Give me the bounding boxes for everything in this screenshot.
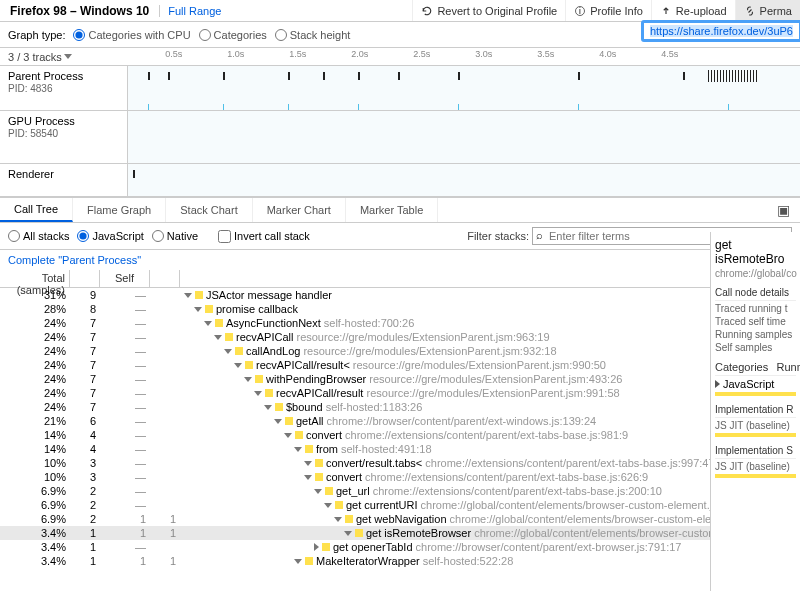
- graph-opt-cat-cpu[interactable]: Categories with CPU: [73, 29, 190, 41]
- tab-flame-graph[interactable]: Flame Graph: [73, 198, 166, 222]
- fn-name: convert/result.tabs<: [326, 457, 422, 469]
- checkbox-invert[interactable]: [218, 230, 231, 243]
- collapse-icon[interactable]: [284, 433, 292, 438]
- fn-src: chrome://browser/content/parent/ext-brow…: [416, 541, 682, 553]
- tree-row[interactable]: 6.9%2—get currentURI chrome://global/con…: [0, 498, 800, 512]
- category-icon: [235, 347, 243, 355]
- detail-jit1: JS JIT (baseline): [715, 420, 796, 431]
- tree-row[interactable]: 24%7—recvAPICall/result resource://gre/m…: [0, 386, 800, 400]
- filter-all-stacks[interactable]: All stacks: [8, 230, 69, 242]
- tree-row[interactable]: 6.9%2—get_url chrome://extensions/conten…: [0, 484, 800, 498]
- tree-row[interactable]: 24%7—withPendingBrowser resource://gre/m…: [0, 372, 800, 386]
- tab-call-tree[interactable]: Call Tree: [0, 198, 73, 222]
- breadcrumb[interactable]: Complete "Parent Process": [0, 250, 800, 270]
- radio-cat-cpu[interactable]: [73, 29, 85, 41]
- track-row[interactable]: GPU ProcessPID: 58540: [0, 111, 800, 164]
- fn-src: self-hosted:491:18: [341, 443, 432, 455]
- category-bar: [715, 392, 796, 396]
- permalink-button[interactable]: Perma: [735, 0, 800, 21]
- track-lane[interactable]: [128, 111, 800, 163]
- collapse-icon[interactable]: [304, 461, 312, 466]
- radio-stack[interactable]: [275, 29, 287, 41]
- profile-info-button[interactable]: iProfile Info: [565, 0, 651, 21]
- detail-category-js[interactable]: JavaScript: [715, 378, 796, 390]
- tree-row[interactable]: 3.4%111get isRemoteBrowser chrome://glob…: [0, 526, 800, 540]
- ruler-tick: 2.0s: [351, 49, 368, 59]
- collapse-icon[interactable]: [294, 447, 302, 452]
- fn-name: get isRemoteBrowser: [366, 527, 471, 539]
- fn-name: recvAPICall/result resource://gre/module…: [276, 387, 620, 399]
- revert-button[interactable]: Revert to Original Profile: [412, 0, 565, 21]
- tree-row[interactable]: 24%7—callAndLog resource://gre/modules/E…: [0, 344, 800, 358]
- track-lane[interactable]: [128, 66, 800, 110]
- fn-name: JSActor message handler: [206, 289, 332, 301]
- revert-label: Revert to Original Profile: [437, 5, 557, 17]
- tab-marker-chart[interactable]: Marker Chart: [253, 198, 346, 222]
- sidebar-toggle-icon[interactable]: ▣: [767, 202, 800, 218]
- fn-src: resource://gre/modules/ExtensionParent.j…: [369, 373, 622, 385]
- tab-stack-chart[interactable]: Stack Chart: [166, 198, 252, 222]
- collapse-icon[interactable]: [304, 475, 312, 480]
- collapse-icon[interactable]: [314, 489, 322, 494]
- collapse-icon[interactable]: [344, 531, 352, 536]
- track-row[interactable]: Parent ProcessPID: 4836: [0, 66, 800, 111]
- reupload-button[interactable]: Re-upload: [651, 0, 735, 21]
- collapse-icon[interactable]: [274, 419, 282, 424]
- radio-js[interactable]: [77, 230, 89, 242]
- tree-row[interactable]: 10%3—convert chrome://extensions/content…: [0, 470, 800, 484]
- filter-javascript[interactable]: JavaScript: [77, 230, 143, 242]
- radio-all[interactable]: [8, 230, 20, 242]
- collapse-icon[interactable]: [264, 405, 272, 410]
- ruler-tick: 3.5s: [537, 49, 554, 59]
- category-icon: [275, 403, 283, 411]
- share-url-tooltip[interactable]: https://share.firefox.dev/3uP6: [641, 20, 800, 42]
- tree-row[interactable]: 14%4—convert chrome://extensions/content…: [0, 428, 800, 442]
- tree-row[interactable]: 14%4—from self-hosted:491:18: [0, 442, 800, 456]
- track-row[interactable]: Renderer: [0, 164, 800, 197]
- collapse-icon[interactable]: [334, 517, 342, 522]
- expand-icon[interactable]: [314, 543, 319, 551]
- collapse-icon[interactable]: [204, 321, 212, 326]
- tab-marker-table[interactable]: Marker Table: [346, 198, 438, 222]
- fn-src: chrome://global/content/elements/browser…: [474, 527, 742, 539]
- collapse-icon[interactable]: [224, 349, 232, 354]
- col-total: Total (samples): [0, 270, 70, 287]
- tree-row[interactable]: 3.4%111MakeIteratorWrapper self-hosted:5…: [0, 554, 800, 568]
- tree-row[interactable]: 31%9—JSActor message handler: [0, 288, 800, 302]
- graph-opt-stack[interactable]: Stack height: [275, 29, 351, 41]
- collapse-icon[interactable]: [214, 335, 222, 340]
- tree-row[interactable]: 3.4%1—get openerTabId chrome://browser/c…: [0, 540, 800, 554]
- tracks-count[interactable]: 3 / 3 tracks: [8, 51, 72, 63]
- collapse-icon[interactable]: [234, 363, 242, 368]
- tree-row[interactable]: 24%7—recvAPICall resource://gre/modules/…: [0, 330, 800, 344]
- tree-row[interactable]: 24%7—AsyncFunctionNext self-hosted:700:2…: [0, 316, 800, 330]
- collapse-icon[interactable]: [184, 293, 192, 298]
- collapse-icon[interactable]: [244, 377, 252, 382]
- graph-opt-cat[interactable]: Categories: [199, 29, 267, 41]
- fn-src: resource://gre/modules/ExtensionParent.j…: [303, 345, 556, 357]
- tree-row[interactable]: 21%6—getAll chrome://browser/content/par…: [0, 414, 800, 428]
- filter-native[interactable]: Native: [152, 230, 198, 242]
- chevron-right-icon: [715, 380, 720, 388]
- tree-columns: Total (samples) Self: [0, 270, 800, 288]
- collapse-icon[interactable]: [324, 503, 332, 508]
- tree-row[interactable]: 28%8—promise callback: [0, 302, 800, 316]
- fn-name: recvAPICall: [236, 331, 293, 343]
- tree-row[interactable]: 24%7—recvAPICall/result< resource://gre/…: [0, 358, 800, 372]
- radio-native[interactable]: [152, 230, 164, 242]
- tree-row[interactable]: 24%7—$bound self-hosted:1183:26: [0, 400, 800, 414]
- filter-stacks-label: Filter stacks:: [467, 230, 529, 242]
- impl-bar-2: [715, 474, 796, 478]
- track-lane[interactable]: [128, 164, 800, 196]
- full-range-button[interactable]: Full Range: [159, 5, 229, 17]
- collapse-icon[interactable]: [254, 391, 262, 396]
- invert-callstack[interactable]: Invert call stack: [218, 230, 310, 243]
- fn-name: withPendingBrowser: [266, 373, 366, 385]
- radio-cat[interactable]: [199, 29, 211, 41]
- call-tree[interactable]: 31%9—JSActor message handler 28%8—promis…: [0, 288, 800, 568]
- collapse-icon[interactable]: [294, 559, 302, 564]
- tree-row[interactable]: 6.9%211get webNavigation chrome://global…: [0, 512, 800, 526]
- tree-row[interactable]: 10%3—convert/result.tabs< chrome://exten…: [0, 456, 800, 470]
- tracks-header: 3 / 3 tracks 0.5s1.0s1.5s2.0s2.5s3.0s3.5…: [0, 48, 800, 66]
- collapse-icon[interactable]: [194, 307, 202, 312]
